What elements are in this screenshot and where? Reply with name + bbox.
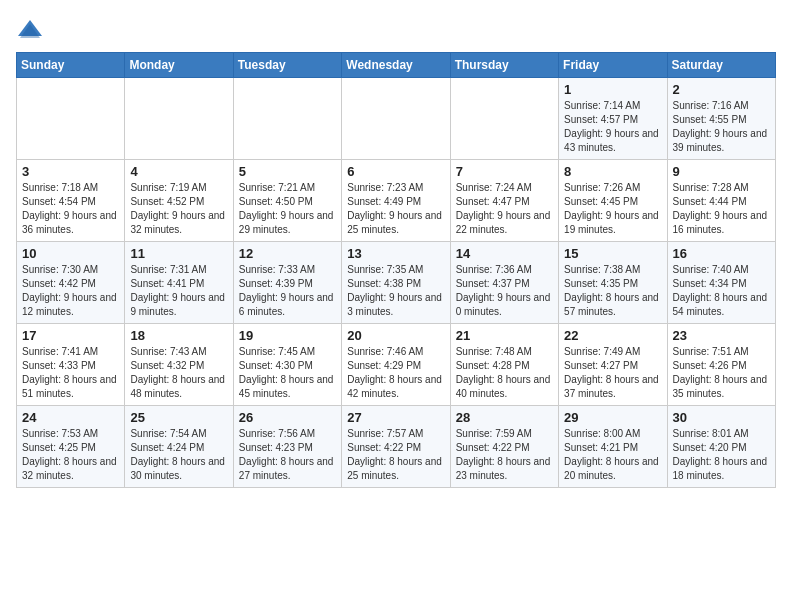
calendar-cell: 21Sunrise: 7:48 AM Sunset: 4:28 PM Dayli…	[450, 324, 558, 406]
week-row-4: 24Sunrise: 7:53 AM Sunset: 4:25 PM Dayli…	[17, 406, 776, 488]
day-number: 7	[456, 164, 553, 179]
day-info: Sunrise: 7:26 AM Sunset: 4:45 PM Dayligh…	[564, 181, 661, 237]
day-number: 26	[239, 410, 336, 425]
calendar-cell: 4Sunrise: 7:19 AM Sunset: 4:52 PM Daylig…	[125, 160, 233, 242]
day-info: Sunrise: 7:28 AM Sunset: 4:44 PM Dayligh…	[673, 181, 770, 237]
day-info: Sunrise: 8:01 AM Sunset: 4:20 PM Dayligh…	[673, 427, 770, 483]
day-number: 28	[456, 410, 553, 425]
calendar-cell: 13Sunrise: 7:35 AM Sunset: 4:38 PM Dayli…	[342, 242, 450, 324]
calendar-cell: 12Sunrise: 7:33 AM Sunset: 4:39 PM Dayli…	[233, 242, 341, 324]
day-info: Sunrise: 7:49 AM Sunset: 4:27 PM Dayligh…	[564, 345, 661, 401]
calendar-table: SundayMondayTuesdayWednesdayThursdayFrid…	[16, 52, 776, 488]
calendar-cell	[17, 78, 125, 160]
calendar-cell: 24Sunrise: 7:53 AM Sunset: 4:25 PM Dayli…	[17, 406, 125, 488]
day-number: 6	[347, 164, 444, 179]
calendar-cell	[233, 78, 341, 160]
header-wednesday: Wednesday	[342, 53, 450, 78]
day-number: 3	[22, 164, 119, 179]
day-number: 25	[130, 410, 227, 425]
day-info: Sunrise: 7:48 AM Sunset: 4:28 PM Dayligh…	[456, 345, 553, 401]
day-number: 23	[673, 328, 770, 343]
header-sunday: Sunday	[17, 53, 125, 78]
header-friday: Friday	[559, 53, 667, 78]
day-number: 2	[673, 82, 770, 97]
calendar-cell: 16Sunrise: 7:40 AM Sunset: 4:34 PM Dayli…	[667, 242, 775, 324]
day-number: 8	[564, 164, 661, 179]
calendar-cell: 18Sunrise: 7:43 AM Sunset: 4:32 PM Dayli…	[125, 324, 233, 406]
day-info: Sunrise: 7:56 AM Sunset: 4:23 PM Dayligh…	[239, 427, 336, 483]
week-row-0: 1Sunrise: 7:14 AM Sunset: 4:57 PM Daylig…	[17, 78, 776, 160]
day-info: Sunrise: 7:51 AM Sunset: 4:26 PM Dayligh…	[673, 345, 770, 401]
calendar-cell: 7Sunrise: 7:24 AM Sunset: 4:47 PM Daylig…	[450, 160, 558, 242]
calendar-cell: 11Sunrise: 7:31 AM Sunset: 4:41 PM Dayli…	[125, 242, 233, 324]
day-info: Sunrise: 7:36 AM Sunset: 4:37 PM Dayligh…	[456, 263, 553, 319]
day-info: Sunrise: 7:24 AM Sunset: 4:47 PM Dayligh…	[456, 181, 553, 237]
calendar-cell: 10Sunrise: 7:30 AM Sunset: 4:42 PM Dayli…	[17, 242, 125, 324]
day-number: 14	[456, 246, 553, 261]
day-info: Sunrise: 7:54 AM Sunset: 4:24 PM Dayligh…	[130, 427, 227, 483]
day-number: 9	[673, 164, 770, 179]
day-number: 16	[673, 246, 770, 261]
day-number: 10	[22, 246, 119, 261]
day-number: 29	[564, 410, 661, 425]
day-info: Sunrise: 7:14 AM Sunset: 4:57 PM Dayligh…	[564, 99, 661, 155]
day-number: 22	[564, 328, 661, 343]
day-info: Sunrise: 7:23 AM Sunset: 4:49 PM Dayligh…	[347, 181, 444, 237]
header-tuesday: Tuesday	[233, 53, 341, 78]
calendar-cell: 19Sunrise: 7:45 AM Sunset: 4:30 PM Dayli…	[233, 324, 341, 406]
day-info: Sunrise: 7:35 AM Sunset: 4:38 PM Dayligh…	[347, 263, 444, 319]
calendar-cell: 1Sunrise: 7:14 AM Sunset: 4:57 PM Daylig…	[559, 78, 667, 160]
calendar-cell: 9Sunrise: 7:28 AM Sunset: 4:44 PM Daylig…	[667, 160, 775, 242]
calendar-cell	[125, 78, 233, 160]
day-info: Sunrise: 7:21 AM Sunset: 4:50 PM Dayligh…	[239, 181, 336, 237]
day-number: 13	[347, 246, 444, 261]
day-number: 30	[673, 410, 770, 425]
day-number: 15	[564, 246, 661, 261]
header-monday: Monday	[125, 53, 233, 78]
calendar-cell: 28Sunrise: 7:59 AM Sunset: 4:22 PM Dayli…	[450, 406, 558, 488]
header-saturday: Saturday	[667, 53, 775, 78]
day-info: Sunrise: 7:40 AM Sunset: 4:34 PM Dayligh…	[673, 263, 770, 319]
day-info: Sunrise: 7:41 AM Sunset: 4:33 PM Dayligh…	[22, 345, 119, 401]
day-info: Sunrise: 7:30 AM Sunset: 4:42 PM Dayligh…	[22, 263, 119, 319]
day-info: Sunrise: 7:16 AM Sunset: 4:55 PM Dayligh…	[673, 99, 770, 155]
day-info: Sunrise: 7:33 AM Sunset: 4:39 PM Dayligh…	[239, 263, 336, 319]
day-number: 20	[347, 328, 444, 343]
day-info: Sunrise: 7:45 AM Sunset: 4:30 PM Dayligh…	[239, 345, 336, 401]
calendar-cell: 2Sunrise: 7:16 AM Sunset: 4:55 PM Daylig…	[667, 78, 775, 160]
calendar-cell	[342, 78, 450, 160]
day-info: Sunrise: 7:18 AM Sunset: 4:54 PM Dayligh…	[22, 181, 119, 237]
calendar-cell: 5Sunrise: 7:21 AM Sunset: 4:50 PM Daylig…	[233, 160, 341, 242]
calendar-cell: 3Sunrise: 7:18 AM Sunset: 4:54 PM Daylig…	[17, 160, 125, 242]
calendar-cell: 25Sunrise: 7:54 AM Sunset: 4:24 PM Dayli…	[125, 406, 233, 488]
day-number: 1	[564, 82, 661, 97]
logo-icon	[16, 16, 44, 44]
day-number: 24	[22, 410, 119, 425]
day-info: Sunrise: 8:00 AM Sunset: 4:21 PM Dayligh…	[564, 427, 661, 483]
day-number: 19	[239, 328, 336, 343]
calendar-cell: 30Sunrise: 8:01 AM Sunset: 4:20 PM Dayli…	[667, 406, 775, 488]
day-number: 4	[130, 164, 227, 179]
day-number: 12	[239, 246, 336, 261]
header-thursday: Thursday	[450, 53, 558, 78]
week-row-2: 10Sunrise: 7:30 AM Sunset: 4:42 PM Dayli…	[17, 242, 776, 324]
week-row-1: 3Sunrise: 7:18 AM Sunset: 4:54 PM Daylig…	[17, 160, 776, 242]
calendar-cell: 17Sunrise: 7:41 AM Sunset: 4:33 PM Dayli…	[17, 324, 125, 406]
day-number: 27	[347, 410, 444, 425]
day-info: Sunrise: 7:57 AM Sunset: 4:22 PM Dayligh…	[347, 427, 444, 483]
week-row-3: 17Sunrise: 7:41 AM Sunset: 4:33 PM Dayli…	[17, 324, 776, 406]
calendar-cell: 15Sunrise: 7:38 AM Sunset: 4:35 PM Dayli…	[559, 242, 667, 324]
day-number: 21	[456, 328, 553, 343]
day-number: 18	[130, 328, 227, 343]
day-info: Sunrise: 7:59 AM Sunset: 4:22 PM Dayligh…	[456, 427, 553, 483]
day-info: Sunrise: 7:53 AM Sunset: 4:25 PM Dayligh…	[22, 427, 119, 483]
day-info: Sunrise: 7:31 AM Sunset: 4:41 PM Dayligh…	[130, 263, 227, 319]
logo	[16, 16, 48, 44]
calendar-cell: 8Sunrise: 7:26 AM Sunset: 4:45 PM Daylig…	[559, 160, 667, 242]
day-number: 17	[22, 328, 119, 343]
day-info: Sunrise: 7:46 AM Sunset: 4:29 PM Dayligh…	[347, 345, 444, 401]
calendar-cell: 29Sunrise: 8:00 AM Sunset: 4:21 PM Dayli…	[559, 406, 667, 488]
page-header	[16, 16, 776, 44]
calendar-header-row: SundayMondayTuesdayWednesdayThursdayFrid…	[17, 53, 776, 78]
calendar-cell: 23Sunrise: 7:51 AM Sunset: 4:26 PM Dayli…	[667, 324, 775, 406]
